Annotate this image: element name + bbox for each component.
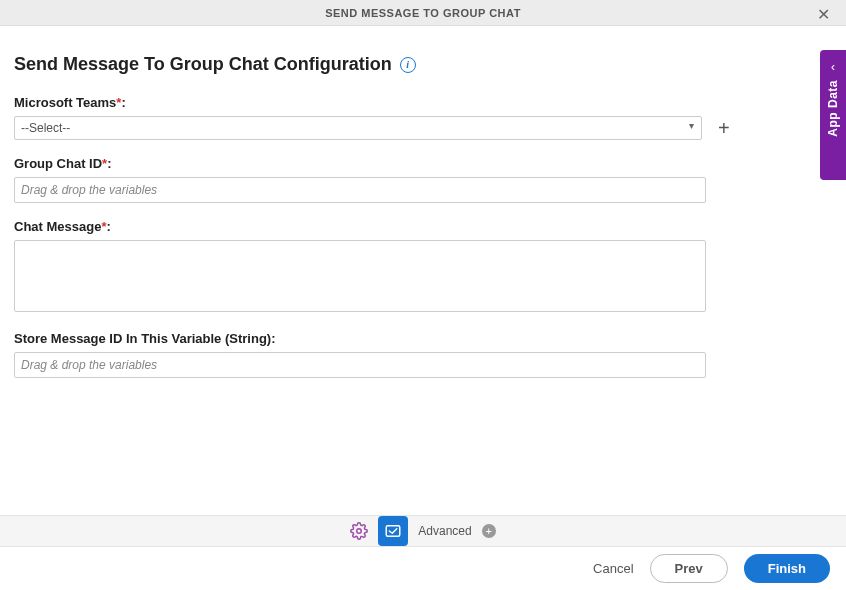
add-connection-button[interactable]: + xyxy=(714,118,734,138)
chat-message-input[interactable] xyxy=(14,240,706,312)
dialog-footer: Cancel Prev Finish xyxy=(0,547,846,590)
group-chat-id-label: Group Chat ID*: xyxy=(14,156,832,171)
chat-message-label: Chat Message*: xyxy=(14,219,832,234)
finish-button[interactable]: Finish xyxy=(744,554,830,583)
field-group-chat-id: Group Chat ID*: xyxy=(14,156,832,203)
page-title-row: Send Message To Group Chat Configuration… xyxy=(14,54,832,75)
app-data-tab[interactable]: ‹ App Data xyxy=(820,50,846,180)
main-content: Send Message To Group Chat Configuration… xyxy=(0,26,846,378)
cancel-button[interactable]: Cancel xyxy=(593,561,633,576)
close-icon[interactable]: ✕ xyxy=(811,3,836,26)
advanced-add-icon[interactable]: + xyxy=(482,524,496,538)
store-message-id-input[interactable] xyxy=(14,352,706,378)
gear-icon[interactable] xyxy=(350,522,368,540)
ms-teams-select[interactable]: --Select-- xyxy=(14,116,702,140)
dialog-header: SEND MESSAGE TO GROUP CHAT ✕ xyxy=(0,0,846,26)
field-chat-message: Chat Message*: xyxy=(14,219,832,315)
activity-toolbar: Advanced + xyxy=(0,515,846,547)
ms-teams-select-wrap: --Select-- xyxy=(14,116,702,140)
group-chat-id-input[interactable] xyxy=(14,177,706,203)
dialog-title: SEND MESSAGE TO GROUP CHAT xyxy=(325,7,521,19)
field-ms-teams: Microsoft Teams*: --Select-- + xyxy=(14,95,832,140)
send-activity-icon[interactable] xyxy=(378,516,408,546)
field-store-message-id: Store Message ID In This Variable (Strin… xyxy=(14,331,832,378)
chevron-left-icon: ‹ xyxy=(831,60,835,74)
prev-button[interactable]: Prev xyxy=(650,554,728,583)
svg-rect-1 xyxy=(387,526,401,537)
ms-teams-select-row: --Select-- + xyxy=(14,116,832,140)
advanced-label: Advanced xyxy=(418,524,471,538)
store-message-id-label: Store Message ID In This Variable (Strin… xyxy=(14,331,832,346)
svg-point-0 xyxy=(357,529,362,534)
info-icon[interactable]: i xyxy=(400,57,416,73)
ms-teams-label: Microsoft Teams*: xyxy=(14,95,832,110)
app-data-label: App Data xyxy=(826,80,840,137)
page-title: Send Message To Group Chat Configuration xyxy=(14,54,392,75)
